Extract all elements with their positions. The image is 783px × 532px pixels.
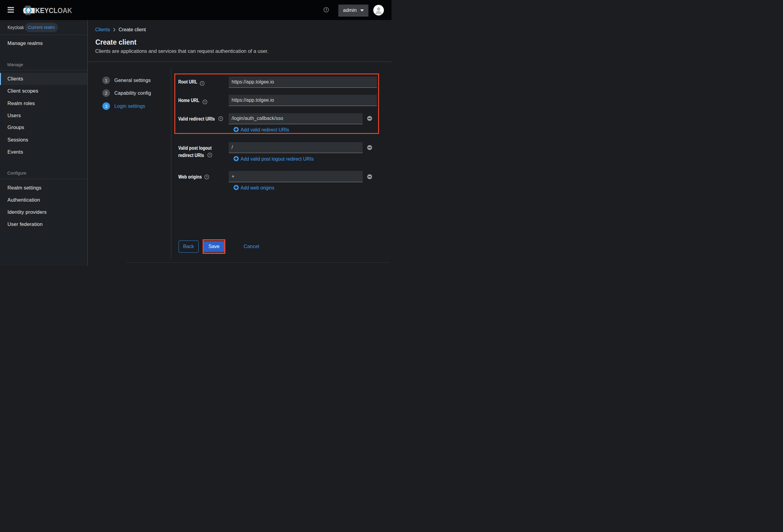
svg-text:?: ? — [209, 153, 211, 157]
svg-text:?: ? — [206, 176, 208, 179]
svg-text:?: ? — [204, 100, 206, 103]
svg-text:?: ? — [220, 117, 222, 120]
svg-text:?: ? — [201, 82, 203, 85]
